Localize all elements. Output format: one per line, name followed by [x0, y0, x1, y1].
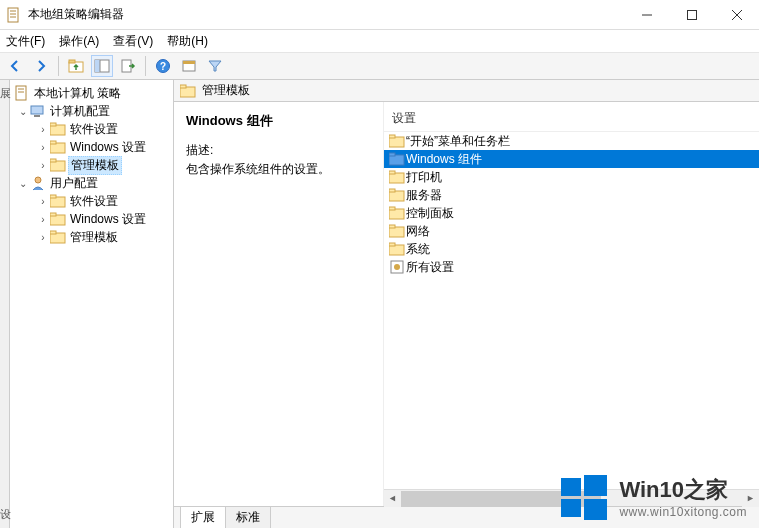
- collapse-icon[interactable]: ⌄: [16, 178, 30, 189]
- svg-rect-54: [561, 478, 581, 496]
- list-item-label: 系统: [406, 241, 430, 258]
- svg-rect-22: [34, 115, 40, 117]
- svg-rect-55: [584, 475, 607, 496]
- tree-label: 软件设置: [68, 193, 120, 210]
- description-pane: Windows 组件 描述: 包含操作系统组件的设置。: [174, 102, 384, 506]
- column-header-settings[interactable]: 设置: [384, 108, 759, 132]
- folder-icon: [388, 134, 406, 148]
- forward-button[interactable]: [30, 55, 52, 77]
- scroll-left-button[interactable]: ◄: [384, 490, 401, 507]
- list-item-label: 服务器: [406, 187, 442, 204]
- tree-software-settings[interactable]: › 软件设置: [10, 192, 173, 210]
- tab-standard[interactable]: 标准: [225, 506, 271, 528]
- menu-action[interactable]: 操作(A): [59, 33, 99, 50]
- collapse-icon[interactable]: ⌄: [16, 106, 30, 117]
- folder-icon: [50, 121, 66, 137]
- settings-icon: [388, 259, 406, 275]
- list-item[interactable]: 服务器: [384, 186, 759, 204]
- toolbar: ?: [0, 52, 759, 80]
- svg-rect-47: [389, 207, 395, 210]
- svg-rect-17: [183, 61, 195, 64]
- menu-view[interactable]: 查看(V): [113, 33, 153, 50]
- menu-file[interactable]: 文件(F): [6, 33, 45, 50]
- expand-icon[interactable]: ›: [36, 160, 50, 171]
- tree-label: 计算机配置: [48, 103, 112, 120]
- tree-root[interactable]: 本地计算机 策略: [10, 84, 173, 102]
- svg-rect-31: [50, 195, 56, 198]
- folder-icon: [50, 229, 66, 245]
- svg-rect-41: [389, 153, 395, 156]
- back-button[interactable]: [4, 55, 26, 77]
- folder-icon: [388, 152, 406, 166]
- list-item[interactable]: “开始”菜单和任务栏: [384, 132, 759, 150]
- svg-rect-24: [50, 123, 56, 126]
- list-item[interactable]: 网络: [384, 222, 759, 240]
- folder-icon: [388, 242, 406, 256]
- tree-label: 用户配置: [48, 175, 100, 192]
- expand-icon[interactable]: ›: [36, 124, 50, 135]
- selection-heading: Windows 组件: [186, 112, 371, 130]
- svg-rect-49: [389, 225, 395, 228]
- svg-rect-5: [687, 10, 696, 19]
- list-item[interactable]: 所有设置: [384, 258, 759, 276]
- svg-rect-56: [561, 499, 581, 517]
- list-item-label: 打印机: [406, 169, 442, 186]
- expand-icon[interactable]: ›: [36, 142, 50, 153]
- svg-rect-11: [95, 60, 100, 72]
- app-icon: [6, 7, 22, 23]
- policy-icon: [14, 85, 30, 101]
- tree-windows-settings[interactable]: › Windows 设置: [10, 210, 173, 228]
- tree-user-config[interactable]: ⌄ 用户配置: [10, 174, 173, 192]
- path-bar: 管理模板: [174, 80, 759, 102]
- list-item-label: Windows 组件: [406, 151, 482, 168]
- windows-logo-icon: [559, 472, 609, 522]
- tree-label: Windows 设置: [68, 139, 148, 156]
- expand-icon[interactable]: ›: [36, 196, 50, 207]
- svg-rect-39: [389, 135, 395, 138]
- up-button[interactable]: [65, 55, 87, 77]
- user-icon: [30, 175, 46, 191]
- tree-computer-config[interactable]: ⌄ 计算机配置: [10, 102, 173, 120]
- list-item[interactable]: Windows 组件: [384, 150, 759, 168]
- list-item[interactable]: 打印机: [384, 168, 759, 186]
- show-hide-tree-button[interactable]: [91, 55, 113, 77]
- left-strip: 展 设: [0, 80, 10, 528]
- folder-icon: [388, 188, 406, 202]
- tree-admin-templates[interactable]: › 管理模板: [10, 156, 173, 174]
- tree-label: 本地计算机 策略: [32, 85, 123, 102]
- titlebar: 本地组策略编辑器: [0, 0, 759, 30]
- export-button[interactable]: [117, 55, 139, 77]
- svg-rect-57: [584, 499, 607, 520]
- svg-point-53: [394, 264, 400, 270]
- list-item[interactable]: 系统: [384, 240, 759, 258]
- watermark-brand-en: Win10: [619, 477, 684, 502]
- list-item-label: 控制面板: [406, 205, 454, 222]
- folder-icon: [50, 211, 66, 227]
- expand-icon[interactable]: ›: [36, 232, 50, 243]
- path-label: 管理模板: [202, 82, 250, 99]
- close-button[interactable]: [714, 0, 759, 30]
- menu-help[interactable]: 帮助(H): [167, 33, 208, 50]
- minimize-button[interactable]: [624, 0, 669, 30]
- tree-windows-settings[interactable]: › Windows 设置: [10, 138, 173, 156]
- list-item-label: “开始”菜单和任务栏: [406, 133, 510, 150]
- svg-rect-45: [389, 189, 395, 192]
- svg-rect-0: [8, 8, 18, 22]
- maximize-button[interactable]: [669, 0, 714, 30]
- folder-icon: [50, 157, 66, 173]
- right-pane: 管理模板 Windows 组件 描述: 包含操作系统组件的设置。 设置 “开始”…: [174, 80, 759, 528]
- tree-admin-templates[interactable]: › 管理模板: [10, 228, 173, 246]
- list-pane: 设置 “开始”菜单和任务栏Windows 组件打印机服务器控制面板网络系统所有设…: [384, 102, 759, 506]
- tree-software-settings[interactable]: › 软件设置: [10, 120, 173, 138]
- expand-icon[interactable]: ›: [36, 214, 50, 225]
- folder-icon: [388, 224, 406, 238]
- folder-icon: [50, 139, 66, 155]
- svg-rect-37: [180, 85, 186, 88]
- help-button[interactable]: ?: [152, 55, 174, 77]
- filter-button[interactable]: [204, 55, 226, 77]
- svg-point-29: [35, 177, 41, 183]
- tab-extended[interactable]: 扩展: [180, 506, 226, 528]
- properties-button[interactable]: [178, 55, 200, 77]
- strip-bottom: 设: [0, 507, 9, 522]
- list-item[interactable]: 控制面板: [384, 204, 759, 222]
